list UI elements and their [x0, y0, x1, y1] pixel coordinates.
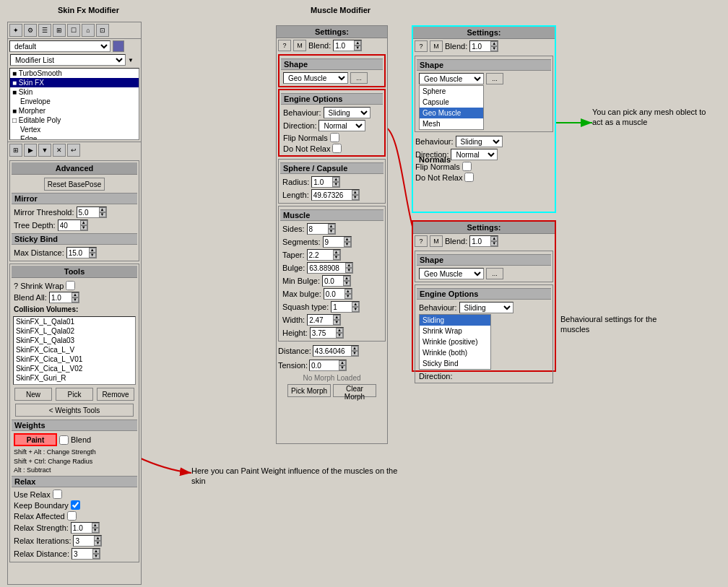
- new-btn[interactable]: New: [14, 388, 52, 401]
- tension-arrows[interactable]: ▲▼: [339, 360, 346, 370]
- weights-tools-btn[interactable]: < Weights Tools: [15, 404, 134, 417]
- relax-str-arrows[interactable]: ▲▼: [92, 523, 99, 533]
- opt-mesh[interactable]: Mesh: [420, 118, 483, 129]
- width-arrows[interactable]: ▲▼: [333, 315, 340, 325]
- stack-icon5[interactable]: ↩: [67, 144, 80, 157]
- shape-pick-btn-left[interactable]: ...: [350, 72, 368, 84]
- taper-input[interactable]: [308, 250, 333, 260]
- behaviour-dropdown-rb[interactable]: Sliding: [459, 302, 514, 313]
- default-select[interactable]: default: [9, 40, 110, 52]
- reset-basepose-btn[interactable]: Reset BasePose: [44, 178, 105, 191]
- stack-icon4[interactable]: ✕: [53, 144, 66, 157]
- shape-pick-btn-rt[interactable]: ...: [486, 73, 503, 84]
- opt-geo-muscle[interactable]: Geo Muscle: [420, 108, 483, 118]
- shape-dropdown-rt[interactable]: Sphere Capsule Geo Muscle Mesh: [419, 73, 484, 84]
- blend-arrows-left[interactable]: ▲▼: [354, 40, 361, 51]
- blend-chk[interactable]: [59, 435, 69, 445]
- height-spinbox[interactable]: ▲▼: [310, 327, 344, 339]
- shape-pick-btn-rb[interactable]: ...: [486, 268, 503, 279]
- relax-affected-chk[interactable]: [67, 511, 77, 521]
- cv-item6[interactable]: SkinFX_Cica_L_V02: [14, 364, 135, 373]
- shape-dropdown-left[interactable]: Geo Muscle Sphere Capsule Mesh: [283, 72, 348, 84]
- length-input[interactable]: [312, 190, 352, 200]
- max-distance-input[interactable]: [67, 248, 89, 258]
- sides-arrows[interactable]: ▲▼: [328, 224, 335, 234]
- width-input[interactable]: [308, 315, 333, 325]
- cv-item4[interactable]: SkinFX_Cica_L_V: [14, 345, 135, 355]
- pick-morph-btn[interactable]: Pick Morph: [287, 384, 331, 397]
- max-distance-spinbox[interactable]: ▲▼: [66, 247, 97, 258]
- blend-all-input[interactable]: [50, 292, 72, 303]
- m-btn-rt[interactable]: M: [430, 40, 443, 52]
- radius-spinbox[interactable]: ▲▼: [311, 176, 340, 188]
- bopt-sliding[interactable]: Sliding: [420, 315, 490, 326]
- distance-input[interactable]: [313, 346, 351, 356]
- sides-spinbox[interactable]: ▲▼: [307, 223, 336, 235]
- bopt-wrinkle-both[interactable]: Wrinkle (both): [420, 347, 490, 358]
- blend-input-rt[interactable]: [470, 41, 490, 51]
- remove-btn[interactable]: Remove: [97, 388, 134, 401]
- taper-spinbox[interactable]: ▲▼: [307, 249, 341, 261]
- relax-dist-input[interactable]: [72, 549, 92, 559]
- mod-envelope[interactable]: Envelope: [10, 97, 139, 106]
- max-distance-arrows[interactable]: ▲▼: [89, 248, 96, 258]
- mod-edge[interactable]: Edge: [10, 134, 139, 140]
- mod-turbsmooth[interactable]: ■ TurboSmooth: [10, 69, 139, 78]
- keep-boundary-chk[interactable]: [71, 500, 80, 510]
- stack-icon2[interactable]: ▶: [24, 144, 37, 157]
- tree-depth-input[interactable]: [58, 220, 80, 230]
- stack-icon1[interactable]: ⊞: [9, 144, 22, 157]
- height-arrows[interactable]: ▲▼: [336, 328, 343, 338]
- max-bulge-spinbox[interactable]: ▲▼: [324, 288, 352, 300]
- cv-item7[interactable]: SkinFX_Guri_R: [14, 373, 135, 383]
- tension-spinbox[interactable]: ▲▼: [309, 360, 347, 371]
- distance-spinbox[interactable]: ▲▼: [313, 345, 359, 357]
- flip-normals-chk-left[interactable]: [330, 133, 339, 142]
- behaviour-dropdown-rt[interactable]: Sliding: [456, 136, 503, 147]
- height-input[interactable]: [311, 328, 336, 338]
- tree-depth-spinbox[interactable]: ▲▼: [58, 219, 88, 231]
- relax-iter-arrows[interactable]: ▲▼: [94, 536, 101, 546]
- relax-dist-arrows[interactable]: ▲▼: [92, 549, 100, 559]
- bulge-input[interactable]: [308, 263, 345, 273]
- radius-arrows[interactable]: ▲▼: [332, 177, 339, 187]
- bopt-shrink[interactable]: Shrink Wrap: [420, 326, 490, 336]
- stack-icon3[interactable]: ▼: [38, 144, 51, 157]
- icon4[interactable]: ⊞: [53, 24, 66, 37]
- icon6[interactable]: ⌂: [82, 24, 95, 37]
- do-not-relax-chk-rt[interactable]: [464, 173, 474, 182]
- shape-dropdown-rb[interactable]: Geo Muscle: [419, 268, 484, 279]
- collision-listbox[interactable]: SkinFX_L_Qala01 SkinFX_L_Qala02 SkinFX_L…: [13, 316, 136, 385]
- relax-strength-spinbox[interactable]: ▲▼: [71, 522, 100, 534]
- squash-spinbox[interactable]: ▲▼: [331, 301, 360, 313]
- blend-spinbox-rb[interactable]: ▲▼: [469, 235, 498, 247]
- mod-skinfx[interactable]: ■ Skin FX: [10, 78, 139, 87]
- icon5[interactable]: ☐: [67, 24, 80, 37]
- min-bulge-spinbox[interactable]: ▲▼: [322, 275, 351, 287]
- cv-item8[interactable]: SkinFX_R_Biceps: [14, 383, 135, 385]
- min-bulge-input[interactable]: [323, 276, 343, 286]
- clear-morph-btn[interactable]: Clear Morph: [333, 384, 376, 397]
- squash-arrows[interactable]: ▲▼: [352, 302, 359, 312]
- tree-depth-arrows[interactable]: ▲▼: [80, 220, 87, 230]
- modifier-stack[interactable]: ■ TurboSmooth ■ Skin FX ■ Skin Envelope …: [9, 68, 139, 140]
- behaviour-dropdown-left[interactable]: Sliding Shrink Wrap Wrinkle (positive) W…: [324, 107, 370, 118]
- distance-arrows[interactable]: ▲▼: [351, 346, 358, 356]
- max-bulge-input[interactable]: [324, 289, 344, 299]
- blend-input-left[interactable]: [334, 40, 354, 51]
- blend-all-spinbox[interactable]: ▲▼: [49, 292, 79, 303]
- relax-strength-input[interactable]: [72, 523, 92, 533]
- cv-item5[interactable]: SkinFX_Cica_L_V01: [14, 355, 135, 364]
- min-bulge-arrows[interactable]: ▲▼: [343, 276, 350, 286]
- bopt-wrinkle-pos[interactable]: Wrinkle (positive): [420, 336, 490, 347]
- paint-btn[interactable]: Paint: [14, 433, 57, 446]
- relax-iter-spinbox[interactable]: ▲▼: [73, 535, 102, 547]
- shape-dropdown-open[interactable]: Sphere Capsule Geo Muscle Mesh: [419, 85, 484, 130]
- opt-capsule[interactable]: Capsule: [420, 97, 483, 108]
- radius-input[interactable]: [312, 177, 332, 187]
- q-btn-rb[interactable]: ?: [415, 235, 428, 247]
- cv-item2[interactable]: SkinFX_L_Qala02: [14, 326, 135, 336]
- opt-sphere[interactable]: Sphere: [420, 86, 483, 97]
- taper-arrows[interactable]: ▲▼: [333, 250, 340, 260]
- segments-input[interactable]: [324, 237, 344, 247]
